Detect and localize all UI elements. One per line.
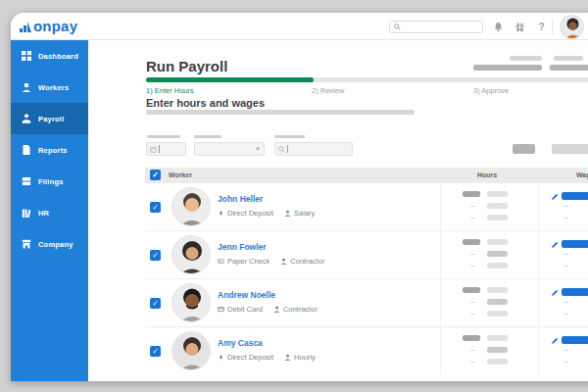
worker-row: John Heller Direct Deposit Salary – – — [145, 182, 588, 230]
sidebar-item-company[interactable]: Company — [11, 228, 88, 260]
topbar-divider — [552, 19, 553, 34]
sidebar-item-label: Dashboard — [38, 52, 78, 61]
person-icon — [284, 354, 291, 361]
edit-wage-control[interactable] — [552, 336, 588, 344]
step-approve[interactable]: 3) Approve — [473, 86, 509, 95]
filter-label-skeleton — [194, 135, 221, 138]
sidebar-item-dashboard[interactable]: Dashboard — [11, 40, 88, 72]
filter-label-skeleton — [274, 135, 305, 138]
help-icon[interactable]: ? — [536, 22, 547, 32]
gift-icon[interactable] — [514, 22, 525, 32]
edit-pencil-icon — [552, 337, 559, 344]
sidebar-item-reports[interactable]: Reports — [11, 134, 88, 166]
edit-wage-control[interactable] — [552, 192, 588, 200]
table-header: Worker Hours Wages — [145, 168, 588, 182]
hr-books-icon — [22, 208, 31, 218]
worker-row: Andrew Noelle Debit Card Contractor – – — [145, 278, 588, 326]
payment-method: Direct Deposit — [227, 353, 273, 362]
select-all-checkbox[interactable] — [150, 170, 161, 180]
person-icon — [284, 210, 291, 217]
step-enter-hours[interactable]: 1) Enter Hours — [146, 86, 194, 95]
worker-row: Amy Casca Direct Deposit Hourly – – — [145, 326, 588, 374]
sidebar-item-workers[interactable]: Workers — [11, 72, 88, 103]
worker-type: Hourly — [294, 353, 316, 362]
worker-details: Direct Deposit Hourly — [218, 353, 316, 362]
reports-doc-icon — [22, 145, 31, 155]
sidebar-item-hr[interactable]: HR — [11, 197, 88, 228]
wage-input-skeleton[interactable] — [562, 336, 588, 344]
payment-method: Debit Card — [227, 305, 263, 314]
wage-input-skeleton[interactable] — [562, 240, 588, 248]
payment-method: Paper Check — [227, 257, 270, 266]
section-heading: Enter hours and wages — [146, 97, 265, 109]
skeleton-bar — [473, 65, 542, 71]
payroll-hand-icon — [22, 114, 31, 123]
sidebar-item-label: Workers — [38, 83, 69, 92]
page-title: Run Payroll — [146, 58, 227, 74]
edit-pencil-icon — [552, 193, 559, 200]
column-header-hours: Hours — [477, 172, 497, 178]
progress-bar-track — [146, 77, 588, 82]
wage-input-skeleton[interactable] — [562, 192, 588, 200]
workers-person-icon — [22, 82, 31, 92]
worker-avatar — [172, 235, 211, 274]
workers-table: Worker Hours Wages John Heller Direct De… — [145, 168, 588, 374]
wage-input-skeleton[interactable] — [562, 288, 588, 296]
person-icon — [273, 306, 280, 313]
worker-name-link[interactable]: John Heller — [218, 194, 263, 204]
filings-drawer-icon — [22, 176, 31, 186]
onpay-logo-icon — [20, 21, 31, 33]
skeleton-button — [513, 144, 535, 154]
sidebar-item-label: Filings — [38, 177, 64, 186]
text-cursor — [159, 145, 160, 153]
row-checkbox[interactable] — [150, 250, 161, 261]
sidebar-item-label: HR — [38, 209, 49, 218]
step-review[interactable]: 2) Review — [312, 86, 344, 95]
worker-name-link[interactable]: Amy Casca — [218, 338, 263, 348]
sidebar-item-filings[interactable]: Filings — [11, 166, 88, 197]
skeleton-bar — [146, 110, 415, 115]
onpay-logo-text: onpay — [33, 19, 77, 33]
filter-dropdown[interactable]: ▼ — [194, 142, 265, 156]
row-checkbox[interactable] — [150, 202, 161, 213]
text-cursor — [287, 145, 288, 153]
pay-period-input[interactable] — [146, 142, 186, 156]
user-avatar[interactable] — [560, 15, 584, 39]
worker-avatar — [172, 283, 211, 322]
worker-name-link[interactable]: Andrew Noelle — [218, 290, 275, 300]
worker-type: Contractor — [283, 305, 318, 314]
worker-name-link[interactable]: Jenn Fowler — [218, 242, 267, 252]
dashboard-grid-icon — [22, 51, 31, 61]
edit-wage-control[interactable] — [552, 288, 588, 296]
payment-method: Direct Deposit — [227, 209, 273, 218]
global-search[interactable] — [389, 21, 483, 33]
worker-avatar — [172, 187, 211, 226]
notifications-bell-icon[interactable] — [493, 22, 504, 32]
worker-details: Debit Card Contractor — [218, 305, 318, 314]
worker-avatar — [172, 331, 211, 370]
company-store-icon — [22, 239, 31, 249]
sidebar-item-label: Company — [38, 240, 74, 249]
column-header-worker: Worker — [169, 172, 192, 178]
person-icon — [280, 258, 287, 265]
skeleton-bar — [510, 56, 542, 61]
search-icon — [278, 146, 285, 153]
sidebar-item-payroll[interactable]: Payroll — [11, 103, 88, 134]
chevron-down-icon: ▼ — [255, 146, 261, 152]
edit-pencil-icon — [552, 241, 559, 248]
onpay-logo[interactable]: onpay — [20, 19, 77, 33]
progress-fill — [146, 77, 314, 82]
worker-type: Contractor — [290, 257, 324, 266]
skeleton-bar — [550, 65, 588, 71]
edit-wage-control[interactable] — [552, 240, 588, 248]
user-avatar-image — [561, 16, 584, 39]
paper-check-icon — [218, 258, 224, 265]
global-search-input[interactable] — [401, 24, 479, 30]
search-icon — [394, 24, 401, 30]
row-checkbox[interactable] — [150, 298, 161, 309]
edit-pencil-icon — [552, 289, 559, 296]
sidebar-item-label: Reports — [38, 146, 68, 155]
worker-search-input[interactable] — [274, 142, 353, 156]
lightning-icon — [218, 354, 224, 361]
row-checkbox[interactable] — [150, 346, 161, 357]
